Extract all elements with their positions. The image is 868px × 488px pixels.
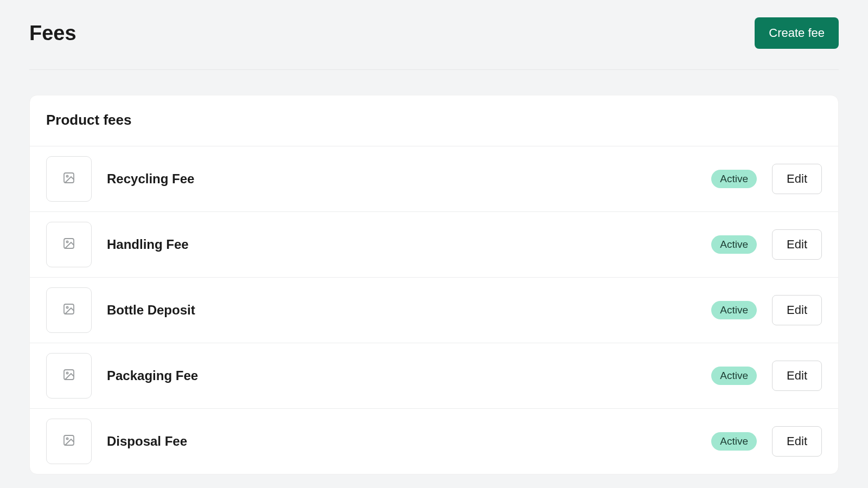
image-placeholder-icon [62,303,75,318]
list-item: Recycling Fee Active Edit [30,146,838,212]
status-badge: Active [711,301,757,320]
status-badge: Active [711,235,757,254]
fee-thumbnail [46,222,92,267]
product-fees-card: Product fees Recycling Fee Active Edit H… [29,95,839,474]
list-item: Handling Fee Active Edit [30,212,838,278]
list-item: Packaging Fee Active Edit [30,343,838,409]
edit-button[interactable]: Edit [772,426,822,457]
fee-name: Disposal Fee [107,434,696,449]
image-placeholder-icon [62,368,75,383]
image-placeholder-icon [62,237,75,252]
create-fee-button[interactable]: Create fee [755,17,839,49]
fee-name: Handling Fee [107,237,696,252]
section-title: Product fees [30,95,838,146]
status-badge: Active [711,170,757,189]
status-badge: Active [711,367,757,386]
fee-name: Recycling Fee [107,171,696,187]
svg-point-1 [66,175,68,177]
fee-name: Bottle Deposit [107,303,696,318]
page-header: Fees Create fee [29,17,839,70]
edit-button[interactable]: Edit [772,361,822,391]
fee-thumbnail [46,419,92,464]
fee-thumbnail [46,353,92,399]
edit-button[interactable]: Edit [772,229,822,260]
fee-name: Packaging Fee [107,368,696,383]
edit-button[interactable]: Edit [772,164,822,194]
status-badge: Active [711,432,757,451]
fee-thumbnail [46,156,92,202]
image-placeholder-icon [62,434,75,449]
edit-button[interactable]: Edit [772,295,822,325]
image-placeholder-icon [62,171,75,187]
svg-point-7 [66,372,68,374]
svg-point-5 [66,306,68,308]
fee-thumbnail [46,287,92,333]
svg-point-9 [66,438,68,439]
page-title: Fees [29,22,76,45]
list-item: Bottle Deposit Active Edit [30,278,838,343]
svg-point-3 [66,241,68,242]
list-item: Disposal Fee Active Edit [30,409,838,474]
